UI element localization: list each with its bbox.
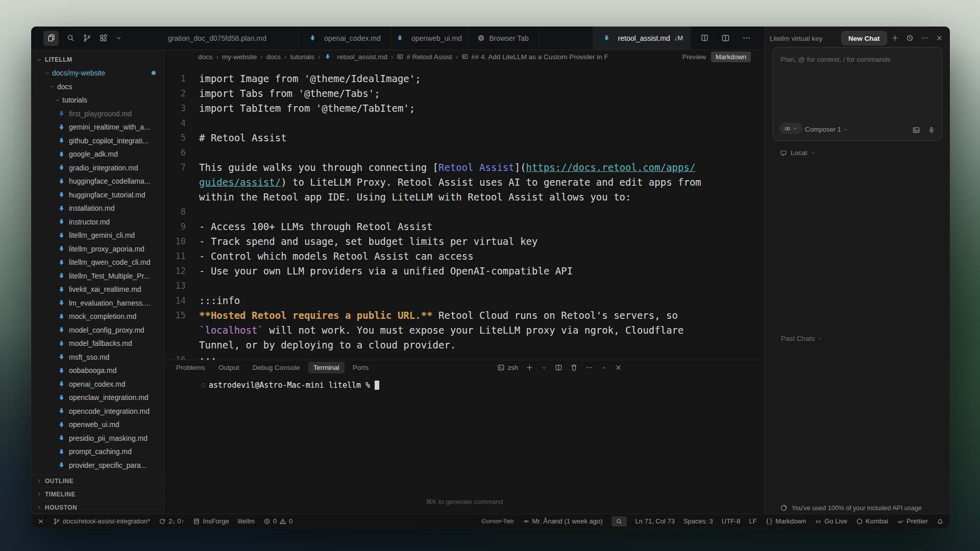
insforge-indicator[interactable]: InsForge [193,517,229,525]
shell-selector[interactable]: zsh [497,364,518,371]
editor-tab-openweb-ui-md[interactable]: openweb_ui.md [391,27,468,49]
editor-pane[interactable]: 1import Image from '@theme/IdealImage';2… [164,63,764,360]
context-selector[interactable]: Local [780,149,816,157]
tree-file-openai-codex-md[interactable]: openai_codex.md [31,378,164,391]
chat-input[interactable]: Plan, @ for context, / for commands ∞ Co… [773,47,942,141]
tree-file-mock-completion-md[interactable]: mock_completion.md [31,310,164,323]
tree-file-provider-specific-para-[interactable]: provider_specific_para... [31,459,164,472]
tree-file-livekit-xai-realtime-md[interactable]: livekit_xai_realtime.md [31,283,164,296]
terminal-prompt-line[interactable]: astrodevil@Astro-Mac-mini litellm % [201,381,379,390]
panel-tab-output[interactable]: Output [218,364,239,371]
composer-selector[interactable]: Composer 1 [805,126,848,133]
tree-file-gemini-realtime-with-a-[interactable]: gemini_realtime_with_a... [31,120,164,134]
terminal-dropdown[interactable] [541,365,547,371]
editor-tab-browser-tab[interactable]: Browser Tab [468,27,539,49]
prettier[interactable]: Prettier [897,517,928,525]
add-chat-button[interactable] [891,34,899,42]
split-terminal-button[interactable] [555,364,562,371]
tree-file-presidio-pii-masking-md[interactable]: presidio_pii_masking.md [31,432,164,445]
tree-file-github-copilot-integrati-[interactable]: github_copilot_integrati... [31,134,164,148]
tree-file-google-adk-md[interactable]: google_adk.md [31,147,164,161]
new-chat-button[interactable]: New Chat [841,31,887,45]
tree-file-huggingface-tutorial-md[interactable]: huggingface_tutorial.md [31,188,164,202]
sidebar-section-outline[interactable]: OUTLINE [31,474,164,487]
breadcrumb-item[interactable]: tutorials [290,53,314,61]
tree-folder-docs-my-website[interactable]: docs/my-website [31,66,164,80]
terminal-more-button[interactable] [585,364,593,371]
breadcrumb-item[interactable]: # Retool Assist [397,53,452,61]
breadcrumb-item[interactable]: my-website [222,53,257,61]
editor-tab-openai-codex-md[interactable]: openai_codex.md [299,27,391,49]
close-panel-button[interactable] [615,364,622,371]
tree-file-prompt-caching-md[interactable]: prompt_caching.md [31,445,164,459]
kill-terminal-button[interactable] [570,364,578,371]
preview-button[interactable] [700,34,709,42]
source-control-icon[interactable] [83,34,91,42]
tree-file-litellm-qwen-code-cli-md[interactable]: litellm_qwen_code_cli.md [31,256,164,269]
cursor-position[interactable]: Ln 71, Col 73 [635,517,675,525]
chat-more-button[interactable] [921,34,928,42]
eol[interactable]: LF [749,517,757,525]
kombai[interactable]: Kombai [856,517,888,525]
tree-file-msft-sso-md[interactable]: msft_sso.md [31,350,164,364]
tree-file-first-playground-md[interactable]: first_playground.md [31,107,164,121]
indentation[interactable]: Spaces: 3 [683,517,713,525]
voice-input-button[interactable] [927,126,936,134]
markdown-mode-button[interactable]: Markdown [711,52,751,62]
chat-tab-title[interactable]: Litellm virtual key [770,35,823,42]
breadcrumb-item[interactable]: docs [198,53,213,61]
tree-file-openweb-ui-md[interactable]: openweb_ui.md [31,418,164,432]
encoding[interactable]: UTF-8 [722,517,741,525]
breadcrumb-item[interactable]: retool_assist.md [324,53,387,61]
chat-close-button[interactable] [936,34,943,42]
panel-tab-problems[interactable]: Problems [176,364,205,371]
git-branch-indicator[interactable]: docs/retool-assist-integration* [53,517,150,525]
tree-file-installation-md[interactable]: installation.md [31,202,164,215]
search-icon[interactable] [66,34,75,42]
tree-file-model-config-proxy-md[interactable]: model_config_proxy.md [31,323,164,337]
extensions-icon[interactable] [99,34,108,42]
attach-image-button[interactable] [912,126,920,134]
tree-file-huggingface-codellama-[interactable]: huggingface_codellama... [31,174,164,188]
tree-file-lm-evaluation-harness-[interactable]: lm_evaluation_harness.... [31,296,164,310]
tree-file-litellm-gemini-cli-md[interactable]: litellm_gemini_cli.md [31,229,164,242]
chat-history-button[interactable] [906,34,914,42]
problems-indicator[interactable]: 00 [263,517,292,525]
cursor-tab-toggle[interactable]: Cursor Tab [481,517,513,525]
sidebar-section-timeline[interactable]: TIMELINE [31,487,164,500]
breadcrumb-item[interactable]: ## 4. Add LiteLLM as a Custom Provider i… [461,53,608,61]
tree-file-openclaw-integration-md[interactable]: openclaw_integration.md [31,391,164,405]
split-editor-button[interactable] [721,34,730,42]
tree-file-litellm-proxy-aporia-md[interactable]: litellm_proxy_aporia.md [31,242,164,256]
tree-file-model-fallbacks-md[interactable]: model_fallbacks.md [31,337,164,350]
language-mode[interactable]: {}Markdown [766,517,806,525]
editor-more-button[interactable] [742,34,751,42]
explorer-icon[interactable] [43,31,59,46]
search-toggle[interactable] [611,516,627,527]
panel-tab-ports[interactable]: Ports [353,364,369,371]
panel-tab-terminal[interactable]: Terminal [308,362,345,373]
editor-tab-gration-doc-d075fd58-plan-md[interactable]: gration_doc_d075fd58.plan.md [136,27,299,49]
sync-indicator[interactable]: 2↓ 0↑ [159,517,184,525]
panel-tab-debug-console[interactable]: Debug Console [253,364,300,371]
preview-toggle[interactable]: Preview [682,53,706,61]
explorer-section-header[interactable]: LITELLM [31,50,164,66]
new-terminal-button[interactable] [526,364,533,371]
tree-file-instructor-md[interactable]: instructor.md [31,215,164,229]
tree-file-opencode-integration-md[interactable]: opencode_integration.md [31,405,164,418]
git-blame-info[interactable]: Mr. Ånand (1 week ago) [523,517,603,525]
go-live[interactable]: Go Live [815,517,847,525]
tree-file-oobabooga-md[interactable]: oobabooga.md [31,364,164,378]
views-chevron-icon[interactable] [115,35,122,41]
tree-folder-docs[interactable]: docs [31,80,164,94]
litellm-indicator[interactable]: litellm [238,517,255,525]
editor-tab-retool-assist-md[interactable]: retool_assist.md↓M [593,27,691,49]
remote-indicator[interactable] [37,518,44,525]
breadcrumb-item[interactable]: docs [266,53,281,61]
tree-folder-tutorials[interactable]: tutorials [31,93,164,107]
tree-file-litellm-test-multiple-pr-[interactable]: litellm_Test_Multiple_Pr... [31,269,164,283]
maximize-panel-button[interactable] [601,365,607,371]
past-chats-link[interactable]: Past Chats [781,335,822,342]
sidebar-section-houston[interactable]: HOUSTON [31,500,164,514]
tree-file-gradio-integration-md[interactable]: gradio_integration.md [31,161,164,175]
